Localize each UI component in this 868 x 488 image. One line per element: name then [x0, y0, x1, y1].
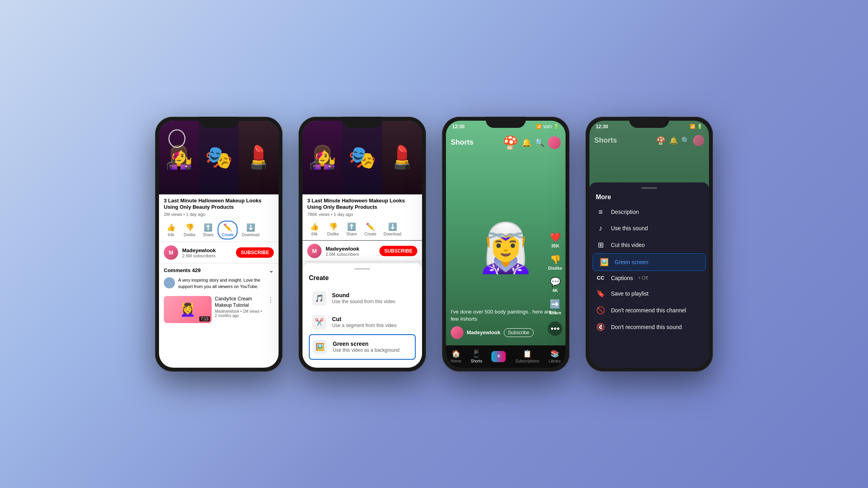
dislike-icon-1: 👎 [185, 223, 194, 232]
sound-title: Sound [332, 292, 395, 298]
phone3-screen: 🧝‍♀️ 12:30 📶 WiFi 🔋 Shorts 🍄 [446, 121, 566, 368]
use-sound-icon: ♪ [596, 224, 605, 233]
notch-3 [486, 117, 526, 128]
more-item-captions[interactable]: CC Captions • Off [589, 271, 709, 285]
subscribe-button-1[interactable]: SUBSCRIBE [236, 247, 274, 258]
subs-icon-nav: 📋 [523, 349, 532, 358]
video-info-1: 3 Last Minute Halloween Makeup Looks Usi… [159, 194, 279, 219]
related-info-1: Candy/Ice Cream Makeup Tutorial Madeyewl… [215, 296, 264, 318]
greenscreen-title: Green screen [333, 341, 399, 347]
nav-subscriptions[interactable]: 📋 Subscriptions [515, 349, 539, 363]
sound-subtitle: Use the sound from this video [332, 299, 395, 304]
cut-video-icon: ⊞ [596, 241, 605, 249]
more-item-no-recommend-channel[interactable]: 🚫 Don't recommend this channel [589, 302, 709, 319]
cut-text: Cut Use a segment from this video [332, 316, 397, 328]
create-button-2[interactable]: ✏️ Create [361, 221, 379, 238]
search-icon-4[interactable]: 🔍 [681, 136, 690, 145]
create-label-2: Create [364, 232, 376, 236]
dislike-label-1: Dislike [184, 233, 195, 237]
search-icon-3[interactable]: 🔍 [535, 138, 545, 147]
no-recommend-sound-label: Don't recommend this sound [611, 324, 682, 330]
use-sound-label: Use this sound [611, 225, 648, 231]
dislike-button-2[interactable]: 👎 Dislike [324, 221, 342, 238]
sheet-item-greenscreen[interactable]: 🖼️ Green screen Use this video as a back… [309, 334, 416, 360]
channel-name-1[interactable]: Madeyewlook [182, 247, 236, 253]
channel-avatar-1[interactable]: M [164, 245, 178, 260]
create-sheet: Create 🎵 Sound Use the sound from this v… [302, 263, 422, 368]
nav-library[interactable]: 📚 Library [549, 349, 561, 363]
more-item-description[interactable]: ≡ Description [589, 204, 709, 220]
share-button-2[interactable]: ⬆️ Share [343, 221, 360, 238]
comments-expand-icon[interactable]: ⌄ [269, 267, 274, 274]
shorts-subscribe-button[interactable]: Subscribe [504, 328, 534, 337]
avatar-4[interactable] [693, 135, 704, 146]
more-item-playlist[interactable]: 🔖 Save to playlist [589, 285, 709, 302]
shorts-icon-nav: 📱 [472, 349, 481, 358]
shorts-label-nav: Shorts [471, 359, 482, 363]
shorts-mushroom: 🍄 [503, 135, 518, 150]
shorts-description: I've done over 500 body paintings.. here… [451, 308, 561, 323]
notification-icon-3[interactable]: 🔔 [522, 138, 532, 147]
like-button-2[interactable]: 👍 64k [306, 221, 323, 238]
face-2-3: 💄 [382, 121, 422, 194]
status-time-4: 12:30 [596, 124, 608, 129]
nav-create[interactable]: + [491, 351, 506, 362]
shorts-channel-name[interactable]: Madeyewlook [467, 329, 501, 335]
description-label: Description [611, 209, 639, 215]
face-3: 💄 [239, 121, 279, 194]
greenscreen-menu-icon: 🖼️ [599, 258, 609, 267]
video-title-2: 3 Last Minute Halloween Makeup Looks Usi… [307, 198, 417, 211]
status-icons-3: 📶 WiFi 🔋 [536, 124, 559, 129]
more-item-greenscreen[interactable]: 🖼️ Green screen [593, 253, 706, 271]
video-thumbnail-2[interactable]: 👩‍🎤 🎭 💄 [302, 121, 422, 194]
greenscreen-text: Green screen Use this video as a backgro… [333, 341, 399, 353]
share-icon-2: ⬆️ [347, 222, 356, 231]
download-icon-2: ⬇️ [388, 222, 397, 231]
home-label-nav: Home [451, 359, 461, 363]
cut-video-label: Cut this video [611, 242, 645, 248]
more-item-use-sound[interactable]: ♪ Use this sound [589, 220, 709, 237]
silhouette-outline [165, 129, 189, 161]
create-add-button[interactable]: + [491, 351, 506, 362]
create-icon-2: ✏️ [366, 222, 375, 231]
video-thumbnail-1[interactable]: 👩‍🎤 🎭 💄 [159, 121, 279, 194]
share-button-1[interactable]: ⬆️ Share [199, 221, 217, 239]
download-button-2[interactable]: ⬇️ Download [380, 221, 404, 238]
channel-subs-2: 2.6M subscribers [326, 252, 379, 257]
avatar-3[interactable] [548, 136, 561, 149]
phone4-screen: 🧝‍♀️ 12:30 📶 🔋 Shorts 🍄 🔔 🔍 [589, 121, 709, 368]
related-video-1[interactable]: 💆‍♀️ 7:13 Candy/Ice Cream Makeup Tutoria… [164, 296, 274, 323]
like-count-1: 64k [168, 233, 174, 237]
shorts-content: I've done over 500 body paintings.. here… [446, 141, 566, 344]
more-item-cut[interactable]: ⊞ Cut this video [589, 237, 709, 253]
sheet-item-sound[interactable]: 🎵 Sound Use the sound from this video [309, 286, 416, 310]
channel-name-2[interactable]: Madeyewlook [326, 246, 379, 252]
sheet-item-cut[interactable]: ✂️ Cut Use a segment from this video [309, 310, 416, 334]
shorts-header-icons: 🍄 🔔 🔍 [503, 135, 561, 150]
sound-text: Sound Use the sound from this video [332, 292, 395, 304]
nav-home[interactable]: 🏠 Home [451, 349, 461, 363]
nav-shorts[interactable]: 📱 Shorts [471, 349, 482, 363]
notif-icon-4[interactable]: 🔔 [669, 136, 678, 145]
download-button-1[interactable]: ⬇️ Download [238, 221, 262, 239]
like-count-2: 64k [311, 232, 318, 236]
shorts-header-4: Shorts 🍄 🔔 🔍 [589, 132, 709, 149]
shorts-channel-avatar[interactable] [451, 326, 463, 339]
phone-3: 🧝‍♀️ 12:30 📶 WiFi 🔋 Shorts 🍄 [442, 117, 570, 372]
channel-info-2: Madeyewlook 2.6M subscribers [326, 246, 379, 257]
like-button-1[interactable]: 👍 64k [162, 221, 180, 239]
more-icon-1[interactable]: ⋮ [267, 296, 274, 304]
dislike-button-1[interactable]: 👎 Dislike [181, 221, 198, 239]
captions-icon: CC [596, 275, 605, 281]
no-recommend-channel-label: Don't recommend this channel [611, 307, 686, 314]
wifi-icon-3: WiFi [543, 124, 552, 129]
shorts-channel-row: Madeyewlook Subscribe [451, 326, 561, 339]
comment-text-1: A very inspiring story and insight. Love… [178, 277, 274, 290]
create-button-1[interactable]: ✏️ Create [218, 221, 238, 239]
download-label-1: Download [242, 233, 259, 237]
subscribe-button-2[interactable]: SUBSCRIBE [379, 246, 417, 256]
more-item-no-recommend-sound[interactable]: 🔇 Don't recommend this sound [589, 319, 709, 335]
channel-avatar-2[interactable]: M [307, 244, 322, 258]
shorts-background: 🧝‍♀️ 12:30 📶 WiFi 🔋 Shorts 🍄 [446, 121, 566, 368]
channel-subs-1: 2.6M subscribers [182, 253, 236, 258]
